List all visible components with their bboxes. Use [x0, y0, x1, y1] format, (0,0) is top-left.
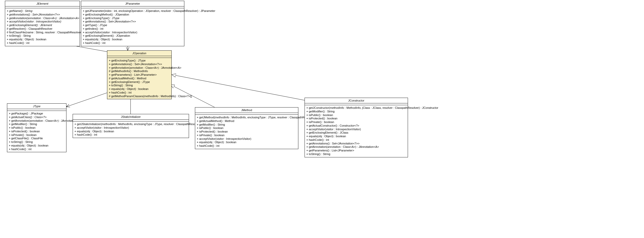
- class-member: + getPackage() : JPackage: [9, 112, 65, 116]
- class-member: # getMethodInfo() : MethodInfo: [109, 70, 170, 73]
- class-attr-separator: [7, 109, 66, 111]
- class-title: JParameter: [81, 1, 184, 6]
- class-member: + getAnnotations() : Set<JAnnotation<?>>: [7, 13, 78, 17]
- class-member: + getJParameter(index : int, enclosingOp…: [83, 9, 183, 13]
- class-member: + equals(obj : Object) : boolean: [109, 87, 170, 91]
- class-member: + equals(obj : Object) : boolean: [74, 130, 187, 133]
- class-member: + getJConstructor(methodInfo : MethodInf…: [306, 106, 406, 110]
- class-member: + getEnclosingElement() : JElement: [7, 24, 78, 27]
- class-jtype[interactable]: JType+ getPackage() : JPackage+ getActua…: [7, 103, 66, 152]
- class-member: + hashCode() : int: [83, 41, 183, 45]
- class-member: + isPublic() : boolean: [197, 126, 297, 130]
- class-member: + getIndex() : int: [83, 27, 183, 31]
- class-title: JMethod: [195, 108, 298, 113]
- class-member: # findClassFile(name : String, resolver …: [7, 31, 78, 34]
- class-jmethod[interactable]: JMethod+ getJMethod(methodInfo : MethodI…: [195, 107, 298, 149]
- class-title: JConstructor: [305, 98, 408, 103]
- class-member: + acceptVisitor(visitor : IntrospectionV…: [197, 137, 297, 141]
- class-member: + getAnnotation(annotation : Class<A>) :…: [7, 17, 78, 20]
- class-title: JElement: [5, 1, 80, 6]
- class-attr-separator: [195, 113, 298, 115]
- class-member: + getEnclosingElement() : JType: [109, 80, 170, 84]
- class-members: + getPackage() : JPackage+ getActualClas…: [7, 111, 66, 152]
- class-member: # getMethodParamClasses(methodInfo : Met…: [109, 95, 170, 98]
- class-member: + isPrivate() : boolean: [197, 134, 297, 137]
- class-member: # getActualMethod() : Method: [109, 77, 170, 80]
- class-attr-separator: [305, 103, 408, 105]
- class-member: + getAnnotations() : Set<JAnnotation<?>>: [83, 20, 183, 24]
- class-member: + getModifier() : String: [9, 122, 65, 126]
- class-member: + hashCode() : int: [9, 148, 65, 151]
- class-title: JOperation: [107, 51, 171, 56]
- class-members: + getJStaticInitializer(methodInfo : Met…: [73, 121, 189, 138]
- class-member: + getModifier() : String: [306, 110, 406, 113]
- class-member: + getJMethod(methodInfo : MethodInfo, en…: [197, 116, 297, 119]
- class-title: JType: [7, 104, 66, 109]
- class-member: + getEnclosingElement() : JClass: [306, 131, 406, 135]
- class-member: + getModifier() : String: [197, 123, 297, 127]
- class-member: + getType() : JType: [83, 24, 183, 27]
- class-attr-separator: [81, 6, 184, 8]
- class-members: + getJMethod(methodInfo : MethodInfo, en…: [195, 115, 298, 149]
- class-member: + getEnclosingType() : JType: [109, 59, 170, 63]
- class-member: + equals(obj : Object) : boolean: [7, 38, 78, 41]
- class-member: + isPrivate() : boolean: [306, 120, 406, 124]
- class-title: JStaticInitializer: [73, 114, 189, 120]
- class-member: + equals(obj : Object) : boolean: [9, 144, 65, 148]
- class-member: + getAnnotation(annotation : Class<A>) :…: [306, 145, 406, 149]
- class-member: + getEnclosingMethod() : JOperation: [83, 13, 183, 17]
- class-member: + getAnnotations() : Set<JAnnotation<?>>: [306, 142, 406, 145]
- class-member: + getParameters() : List<JParameter>: [109, 73, 170, 77]
- class-member: + equals(obj : Object) : boolean: [197, 141, 297, 144]
- class-member: + acceptVisitor(visitor : IntrospectionV…: [83, 31, 183, 34]
- class-member: + getEnclosingType() : JType: [83, 17, 183, 20]
- class-member: + equals(obj : Object) : boolean: [306, 135, 406, 138]
- class-member: + isProtected() : boolean: [9, 130, 65, 133]
- class-jelement[interactable]: JElement+ getName() : String+ getAnnotat…: [5, 1, 80, 46]
- class-member: + getJStaticInitializer(methodInfo : Met…: [74, 122, 187, 126]
- class-jconstructor[interactable]: JConstructor+ getJConstructor(methodInfo…: [305, 98, 408, 157]
- class-joperation[interactable]: JOperation+ getEnclosingType() : JType+ …: [107, 50, 172, 99]
- class-member: + equals(obj : Object) : boolean: [83, 38, 183, 41]
- class-member: + hashCode() : int: [74, 133, 187, 137]
- class-member: + hashCode() : int: [109, 91, 170, 95]
- class-member: + acceptVisitor(visitor : IntrospectionV…: [7, 20, 78, 24]
- class-member: # getResolver() : ClasspathResolver: [7, 27, 78, 31]
- uml-canvas: JElement+ getName() : String+ getAnnotat…: [0, 0, 644, 238]
- class-member: + isPrivate() : boolean: [9, 133, 65, 137]
- class-member: + isPublic() : boolean: [306, 113, 406, 117]
- class-members: + getJConstructor(methodInfo : MethodInf…: [305, 105, 408, 157]
- class-member: + getEnclosingElement() : JOperation: [83, 34, 183, 38]
- class-member: + getActualMethod() : Method: [197, 119, 297, 123]
- class-member: + hashCode() : int: [7, 41, 78, 45]
- class-member: + isProtected() : boolean: [306, 117, 406, 120]
- class-attr-separator: [107, 56, 171, 58]
- class-member: + acceptVisitor(visitor : IntrospectionV…: [74, 126, 187, 130]
- svg-line-2: [66, 92, 109, 107]
- class-member: + isProtected() : boolean: [197, 130, 297, 134]
- class-member: + getAnnotation(annotation : Class<A>) :…: [9, 119, 65, 123]
- class-member: + getActualClass() : Class<?>: [9, 116, 65, 119]
- class-jstaticinitializer[interactable]: JStaticInitializer+ getJStaticInitialize…: [73, 114, 189, 138]
- class-members: + getEnclosingType() : JType+ getAnnotat…: [107, 58, 171, 99]
- class-attr-separator: [5, 6, 80, 8]
- class-member: + toString() : String: [306, 152, 406, 156]
- class-member: + acceptVisitor(visitor : IntrospectionV…: [306, 128, 406, 131]
- class-member: + toString() : String: [109, 84, 170, 87]
- class-member: + getParameters() : List<JParameter>: [306, 149, 406, 152]
- class-member: + getName() : String: [7, 9, 78, 13]
- class-members: + getName() : String+ getAnnotations() :…: [5, 8, 80, 46]
- class-attr-separator: [73, 120, 189, 121]
- class-member: + getAnnotation(annotation : Class<A>) :…: [109, 66, 170, 70]
- class-jparameter[interactable]: JParameter+ getJParameter(index : int, e…: [81, 1, 184, 46]
- class-member: + hashCode() : int: [197, 144, 297, 148]
- class-member: + toString() : String: [7, 34, 78, 38]
- class-member: + hashCode() : int: [306, 138, 406, 142]
- class-members: + getJParameter(index : int, enclosingOp…: [81, 8, 184, 46]
- class-member: + getClassFile() : ClassFile: [9, 137, 65, 140]
- class-member: + getActualConstructor() : Constructor<?…: [306, 124, 406, 128]
- class-member: + isPublic() : boolean: [9, 126, 65, 130]
- class-member: + toString() : String: [9, 140, 65, 144]
- class-member: + getAnnotations() : Set<JAnnotation<?>>: [109, 63, 170, 66]
